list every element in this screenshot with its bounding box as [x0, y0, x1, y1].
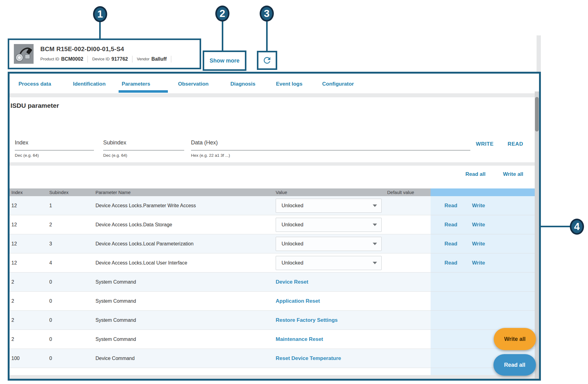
- callout-2: 2: [215, 6, 229, 22]
- page-scrollbar-track[interactable]: [537, 35, 541, 72]
- section-divider: [10, 93, 539, 97]
- read-all-fab[interactable]: Read all: [493, 354, 536, 376]
- meta-divider: [132, 56, 132, 63]
- cell-subindex: 2: [49, 215, 95, 234]
- cell-index: 2: [10, 311, 49, 329]
- vertical-scrollbar-thumb[interactable]: [535, 97, 539, 131]
- cell-default-value: [383, 292, 431, 310]
- tab-parameters[interactable]: Parameters: [122, 81, 150, 87]
- cell-default-value: [383, 330, 431, 349]
- section-divider: [10, 162, 539, 166]
- subindex-input-underline: [103, 150, 184, 151]
- cell-parameter-name: System Command: [95, 330, 275, 349]
- show-more-label: Show more: [209, 58, 239, 64]
- cell-index: 2: [10, 292, 49, 310]
- read-all-link[interactable]: Read all: [465, 171, 485, 177]
- callout-4-line: [541, 226, 570, 227]
- index-input[interactable]: Index Dec (e.g. 64): [15, 139, 94, 158]
- tab-process-data[interactable]: Process data: [18, 81, 51, 87]
- command-link[interactable]: Maintenance Reset: [276, 336, 323, 342]
- show-more-button[interactable]: Show more: [203, 51, 246, 71]
- device-id-label: Device ID: [92, 57, 109, 61]
- table-row: 12 3 Device Access Locks.Local Parameter…: [10, 234, 539, 253]
- cell-parameter-name: System Command: [95, 292, 275, 310]
- tab-observation[interactable]: Observation: [178, 81, 209, 87]
- command-link[interactable]: Reset Device Temperature: [276, 355, 341, 362]
- row-read-link[interactable]: Read: [444, 203, 457, 209]
- cell-actions-empty: [431, 273, 539, 291]
- chevron-down-icon: [373, 224, 377, 226]
- command-link[interactable]: Application Reset: [276, 298, 320, 304]
- cell-subindex: 1: [49, 196, 95, 215]
- tab-configurator[interactable]: Configurator: [322, 81, 354, 87]
- index-input-underline: [15, 150, 94, 151]
- cell-subindex: 3: [49, 234, 95, 253]
- row-write-link[interactable]: Write: [472, 260, 485, 266]
- write-button[interactable]: WRITE: [476, 141, 494, 147]
- callout-3-line: [266, 20, 268, 51]
- device-id-value: 917762: [112, 56, 128, 62]
- column-header-default-value: Default value: [383, 188, 431, 196]
- value-dropdown[interactable]: Unlocked: [276, 218, 382, 232]
- chevron-down-icon: [373, 243, 377, 245]
- row-write-link[interactable]: Write: [472, 241, 485, 247]
- index-input-helper: Dec (e.g. 64): [15, 153, 94, 158]
- cell-default-value: [383, 349, 431, 368]
- cell-parameter-name: Device Access Locks.Data Storage: [95, 215, 275, 234]
- chevron-down-icon: [373, 262, 377, 264]
- meta-divider: [87, 56, 88, 63]
- value-dropdown[interactable]: Unlocked: [276, 237, 382, 251]
- row-read-link[interactable]: Read: [444, 222, 457, 228]
- write-all-fab[interactable]: Write all: [494, 328, 536, 350]
- data-hex-input[interactable]: Data (Hex) Hex (e.g. 22 a1 3f ...): [191, 139, 470, 158]
- cell-default-value: [383, 215, 431, 234]
- cell-parameter-name: System Command: [95, 273, 275, 291]
- cell-index: 12: [10, 253, 49, 272]
- data-hex-input-helper: Hex (e.g. 22 a1 3f ...): [191, 153, 470, 158]
- cell-subindex: 0: [49, 292, 95, 310]
- cell-index: 2: [10, 330, 49, 349]
- value-dropdown[interactable]: Unlocked: [276, 256, 382, 270]
- column-header-index: Index: [10, 188, 49, 196]
- callout-4-number: 4: [574, 221, 580, 232]
- value-dropdown[interactable]: Unlocked: [276, 199, 382, 213]
- write-all-link[interactable]: Write all: [503, 171, 523, 177]
- callout-1-line: [99, 21, 101, 38]
- product-id-value: BCM0002: [61, 56, 83, 62]
- command-link[interactable]: Device Reset: [276, 279, 308, 285]
- subindex-input[interactable]: Subindex Dec (e.g. 64): [103, 139, 184, 158]
- refresh-button[interactable]: [257, 51, 277, 70]
- row-read-link[interactable]: Read: [444, 241, 457, 247]
- cell-index: 12: [10, 234, 49, 253]
- cell-parameter-name: Device Access Locks.Local Parameterizati…: [95, 234, 275, 253]
- column-header-parameter-name: Parameter Name: [95, 188, 275, 196]
- table-row: 12 4 Device Access Locks.Local User Inte…: [10, 253, 539, 273]
- table-row: 100 0 Device Command Reset Device Temper…: [10, 349, 539, 368]
- tab-diagnosis[interactable]: Diagnosis: [230, 81, 255, 87]
- tab-event-logs[interactable]: Event logs: [276, 81, 302, 87]
- callout-3: 3: [260, 6, 274, 22]
- dropdown-value: Unlocked: [282, 222, 303, 228]
- callout-2-number: 2: [220, 8, 225, 19]
- cell-actions-empty: [431, 292, 539, 310]
- cell-subindex: 4: [49, 253, 95, 272]
- row-write-link[interactable]: Write: [472, 203, 485, 209]
- cell-subindex: 0: [49, 311, 95, 329]
- row-read-link[interactable]: Read: [444, 260, 457, 266]
- column-header-subindex: Subindex: [49, 188, 95, 196]
- cell-index: 12: [10, 196, 49, 215]
- cell-default-value: [383, 196, 431, 215]
- cell-parameter-name: Device Access Locks.Parameter Write Acce…: [95, 196, 275, 215]
- tab-identification[interactable]: Identification: [73, 81, 106, 87]
- read-button[interactable]: READ: [508, 141, 523, 147]
- callout-4: 4: [570, 219, 584, 235]
- cell-index: 100: [10, 349, 49, 368]
- cell-parameter-name: Device Access Locks.Local User Interface: [95, 253, 275, 272]
- horizontal-scrollbar-track[interactable]: [10, 375, 539, 379]
- row-write-link[interactable]: Write: [472, 222, 485, 228]
- table-row: 2 0 System Command Device Reset: [10, 273, 539, 292]
- data-hex-input-label: Data (Hex): [191, 139, 470, 146]
- dropdown-value: Unlocked: [282, 203, 303, 209]
- device-title: BCM R15E-002-DI00-01,5-S4: [40, 46, 176, 53]
- command-link[interactable]: Restore Factory Settings: [276, 317, 338, 323]
